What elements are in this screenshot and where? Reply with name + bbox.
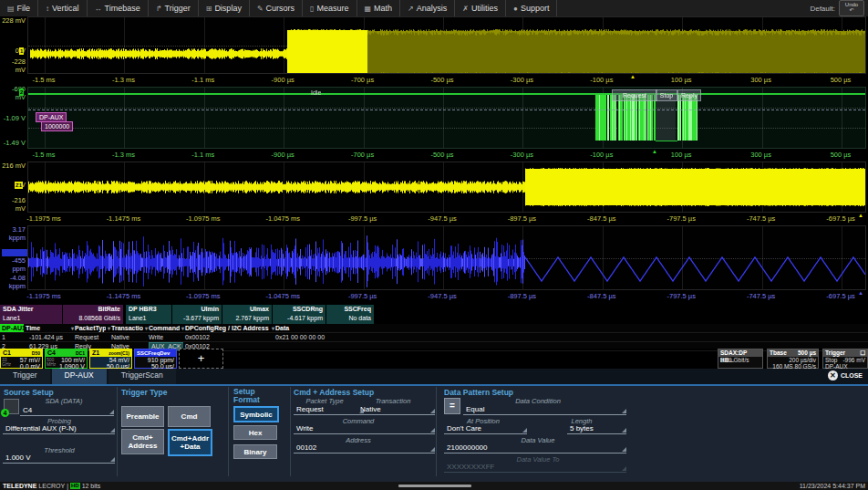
measure-bitrate-cell[interactable]: BitRate 8.08568 Gbit/s: [63, 305, 124, 324]
c4-ymid-label: -1.09 V: [0, 114, 26, 122]
c4-descriptor[interactable]: C4DC1 500MHz 100 mV/1.0900 V: [45, 349, 88, 369]
menu-label: Trigger: [164, 4, 190, 13]
tab-dp-aux[interactable]: DP-AUX: [52, 369, 107, 384]
length-field[interactable]: 5 bytes: [567, 424, 626, 434]
status-bar: TELEDYNE LECROY | HD 12 bits 11/23/2024 …: [0, 482, 868, 490]
close-label: CLOSE: [841, 372, 863, 379]
plot-c1[interactable]: [27, 16, 866, 74]
axis-tick: -100 µs: [590, 151, 613, 159]
menu-math[interactable]: ▦Math: [357, 0, 401, 16]
menu-cursors[interactable]: ✎Cursors: [250, 0, 303, 16]
decode-reply-box[interactable]: Reply: [677, 89, 701, 101]
menu-display[interactable]: ⊞Display: [199, 0, 250, 16]
decode-stop-box[interactable]: Stop: [656, 89, 677, 101]
close-dialog-button[interactable]: ✕ CLOSE: [828, 370, 863, 381]
c4-trace-badge[interactable]: 2: [19, 89, 24, 96]
col-label: Command: [149, 325, 180, 331]
trigger-infobox[interactable]: Trigger☐ Stop -996 mVDP-AUX: [822, 349, 868, 369]
axis-tick: -697.5 µs: [826, 292, 854, 300]
z1-trace-badge[interactable]: Z1: [15, 182, 23, 189]
taskbar-handle[interactable]: [398, 485, 471, 487]
menu-file[interactable]: ▤File: [0, 0, 38, 16]
axis-tick: -697.5 µs: [826, 214, 854, 223]
sdax-infobox[interactable]: SDAX:DP HB... 8.09 Gbit/s: [718, 349, 763, 369]
source-channel-button[interactable]: 4: [4, 399, 19, 414]
command-field[interactable]: Write: [294, 424, 435, 434]
z1-descriptor[interactable]: Z1zoom(C1) 54 mV/50.0 µs/: [89, 349, 132, 369]
decode-col-data[interactable]: ▾Data: [270, 324, 868, 332]
sda-source-field[interactable]: C4: [20, 406, 114, 416]
plot-ssc[interactable]: [27, 225, 866, 290]
measure-uimin-cell[interactable]: UImin -3.677 kppm: [172, 305, 222, 324]
decode-col-packettype[interactable]: ▾PacketType: [69, 324, 106, 332]
measure-icon: ▯: [310, 5, 314, 13]
decode-row-1[interactable]: 1 -101.424 µs Request Native Write 0x001…: [0, 333, 868, 342]
cmd-button[interactable]: Cmd: [168, 406, 211, 427]
packet-type-label: Packet Type: [294, 397, 356, 405]
threshold-field[interactable]: 1.000 V: [3, 454, 115, 464]
menu-trigger[interactable]: ↱Trigger: [149, 0, 199, 16]
trigger-time-marker[interactable]: ▲: [652, 149, 657, 154]
measure-dp-cell[interactable]: DP HBR3 Lane1: [126, 305, 172, 324]
add-trace-button[interactable]: +: [179, 349, 223, 369]
setup-format-title: Setup Format: [233, 388, 260, 404]
xaxis-z1: ▲ -1.1975 ms-1.1475 ms-1.0975 ms-1.0475 …: [0, 213, 868, 225]
decode-protocol-badge[interactable]: DP-AUX: [0, 324, 24, 332]
ssc-trace-marker[interactable]: [2, 249, 27, 256]
menu-vertical[interactable]: ↕Vertical: [38, 0, 88, 16]
symbolic-button[interactable]: Symbolic: [233, 406, 279, 422]
decode-request-box[interactable]: Request: [612, 89, 657, 101]
menu-label: Analysis: [417, 4, 448, 13]
menu-support[interactable]: ●Support: [506, 0, 557, 16]
packet-type-field[interactable]: Request: [294, 405, 364, 415]
menu-utilities[interactable]: ✗Utilities: [455, 0, 506, 16]
plot-z1[interactable]: [27, 162, 866, 213]
plot-c4[interactable]: Idle Request Stop Reply DP-AUX 1000000: [27, 87, 866, 149]
trigger-time-marker[interactable]: ▲: [630, 74, 636, 79]
decode-table: DP-AUX Time ▾PacketType ▾Transaction ▾Co…: [0, 324, 868, 349]
measure-sscfreq-cell[interactable]: SSCFreq No data: [326, 305, 375, 324]
measure-title: DP HBR3: [129, 305, 169, 314]
z1-waveform: [28, 162, 865, 212]
channel-number-badge: 4: [1, 409, 9, 417]
data-value-field[interactable]: 2100000000: [444, 443, 626, 454]
bus-value[interactable]: 1000000: [41, 121, 73, 131]
measure-sscdrng-cell[interactable]: SSCDRng -4.617 kppm: [273, 305, 326, 324]
sort-icon: ▾: [272, 326, 274, 331]
data-condition-field[interactable]: Equal: [463, 405, 626, 415]
menu-timebase[interactable]: ↔Timebase: [88, 0, 149, 16]
transaction-field[interactable]: Native: [357, 405, 435, 415]
preamble-button[interactable]: Preamble: [121, 406, 164, 427]
cell-transaction: Native: [109, 333, 147, 341]
equal-condition-button[interactable]: =: [444, 398, 460, 414]
timebase-infobox[interactable]: Tbase500 µs 200 µs/div160 MS 80 GS/s: [767, 349, 819, 369]
measure-uimax-cell[interactable]: UImax 2.767 kppm: [222, 305, 273, 324]
decode-col-command[interactable]: ▾Command: [143, 324, 180, 332]
tab-trigger[interactable]: Trigger: [0, 369, 50, 384]
undo-button[interactable]: Undo↶: [839, 0, 864, 16]
decode-col-transaction[interactable]: ▾Transaction: [106, 324, 143, 332]
c1-trace-badge[interactable]: 1: [19, 47, 24, 55]
c1-descriptor[interactable]: C1D50 33GHz 57 mV/0.0 mV: [0, 349, 43, 369]
plot-ssc-row: 3.17 kppm -455 ppm -4.08 kppm: [0, 225, 868, 290]
axis-tick: -1.1475 ms: [107, 214, 141, 223]
menu-measure[interactable]: ▯Measure: [303, 0, 356, 16]
menu-analysis[interactable]: ↗Analysis: [400, 0, 455, 16]
probing-field[interactable]: Differential AUX (P-N): [3, 424, 115, 434]
xaxis-c1: ▲ -1.5 ms-1.3 ms-1.1 ms-900 µs-700 µs-50…: [0, 74, 868, 87]
cmd-addr-data-button[interactable]: Cmd+Addr +Data: [168, 429, 212, 456]
cmd-address-button[interactable]: Cmd+ Address: [121, 429, 164, 454]
measure-jitter-cell[interactable]: SDA Jitter Lane1: [0, 305, 63, 324]
at-position-field[interactable]: Don't Care: [444, 424, 527, 434]
hex-button[interactable]: Hex: [233, 425, 277, 440]
axis-tick: -997.5 µs: [348, 214, 377, 223]
tab-triggerscan[interactable]: TriggerScan: [108, 369, 176, 384]
zoom-name: Z1: [92, 349, 99, 357]
col-label: PacketType: [75, 325, 106, 331]
decode-col-address[interactable]: ▾DPConfigReg / I2C Address: [180, 324, 270, 332]
binary-button[interactable]: Binary: [233, 444, 277, 459]
decode-col-time[interactable]: Time: [24, 324, 69, 332]
infobox-title: Trigger: [825, 349, 845, 357]
sscfreqdev-descriptor[interactable]: SSCFreqDev 910 ppm/50.0 µs/: [134, 349, 177, 369]
address-field[interactable]: 00102: [294, 443, 435, 454]
